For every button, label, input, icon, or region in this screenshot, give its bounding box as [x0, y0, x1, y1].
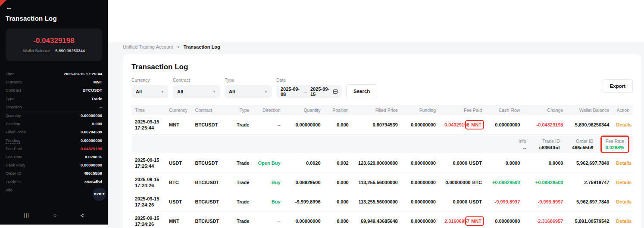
type-filter: Type All▼ [225, 77, 272, 98]
field-row-trade-id: Trade IDc8364fbd [6, 177, 102, 185]
breadcrumb-separator: > [177, 44, 179, 49]
red-corner-annotation [0, 0, 6, 6]
col-funding: Funding [401, 105, 439, 115]
page-title: Transaction Log [131, 63, 633, 71]
breadcrumb-parent[interactable]: Unified Trading Account [123, 44, 173, 49]
detail-fee-rate-annotated: Fee Rate0.0288% [600, 136, 629, 153]
table-row: 2025-09-1517:24:26 USDT BTC/USDT Trade B… [131, 192, 633, 212]
detail-trade-id: Trade IDc8364fbd [526, 139, 560, 150]
table-header-row: Time Currency Contract Type Direction Qu… [131, 105, 633, 115]
detail-row: Info-- Trade IDc8364fbd Order ID486c55b9… [131, 135, 633, 154]
detail-info: Info-- [493, 139, 526, 150]
back-arrow-icon[interactable]: ← [6, 4, 14, 11]
transaction-log-card: Transaction Log Currency All▼ Contract A… [123, 54, 641, 228]
date-filter: Date 2025-09-08 → 2025-09-15 [276, 77, 342, 98]
col-time: Time [131, 105, 166, 115]
contract-select[interactable]: All▼ [173, 85, 220, 98]
col-quantity: Quantity [284, 105, 324, 115]
details-link[interactable]: Details [616, 160, 631, 166]
arrow-right-icon: → [303, 89, 308, 94]
chevron-down-icon: ▼ [161, 90, 164, 94]
chevron-down-icon: ▼ [264, 90, 268, 94]
nav-back-icon[interactable]: < [81, 211, 84, 219]
field-row-type: TypeTrade [6, 95, 102, 103]
calendar-icon [333, 89, 338, 94]
breadcrumb: Unified Trading Account > Transaction Lo… [123, 44, 220, 49]
summary-card: -0.04329198 Wallet Balance 5,890.9625034… [6, 28, 102, 61]
date-end: 2025-09-15 [310, 86, 330, 97]
field-row-contract: ContractBTCUSDT [6, 86, 102, 94]
field-row-fee-rate: Fee Rate0.0288 % [6, 153, 102, 161]
mobile-app-panel: ← Transaction Log -0.04329198 Wallet Bal… [0, 0, 108, 225]
col-fee-paid: Fee Paid [439, 105, 485, 115]
field-row-position: Position0.000 [6, 120, 102, 128]
col-wallet-balance: Wallet Balance [566, 105, 613, 115]
summary-change-value: -0.04329198 [33, 37, 74, 45]
field-row-quantity: Quantity0.00000000 [6, 111, 102, 120]
table-row: 2025-09-1517:24:26 MNT BTC/USDT Trade --… [131, 212, 633, 228]
details-link[interactable]: Details [616, 219, 631, 224]
currency-filter: Currency All▼ [131, 77, 169, 98]
detail-order-id: Order ID486c55b9 [560, 139, 594, 150]
col-position: Position [324, 105, 352, 115]
field-row-filled-price: Filled Price0.60794539 [6, 128, 102, 136]
table-row: 2025-09-1517:24:26 BTC BTC/USDT Trade Bu… [131, 173, 633, 192]
details-link[interactable]: Details [616, 199, 631, 204]
field-row-direction: Direction-- [6, 103, 102, 111]
field-row-time: Time2025-09-15 17:25:44 [6, 70, 102, 78]
table-row: 2025-09-1517:25:44 USDT BTCUSDT Trade Op… [131, 154, 633, 173]
filter-bar: Currency All▼ Contract All▼ Type All▼ Da… [131, 77, 633, 98]
export-button[interactable]: Export [603, 79, 633, 93]
date-start: 2025-09-08 [281, 86, 300, 97]
details-link[interactable]: Details [616, 122, 631, 127]
field-row-info: Info-- [6, 186, 102, 194]
chevron-down-icon: ▼ [213, 90, 216, 94]
red-annotation-box: MNT [465, 216, 484, 226]
field-row-order-id: Order ID486c55b9 [6, 169, 102, 177]
search-button[interactable]: Search [346, 84, 377, 98]
red-annotation-box: MNT [465, 120, 484, 129]
transaction-table: Time Currency Contract Type Direction Qu… [131, 105, 633, 228]
date-range-picker[interactable]: 2025-09-08 → 2025-09-15 [276, 85, 342, 98]
mobile-page-title: Transaction Log [6, 15, 102, 22]
field-row-cash-flow: Cash Flow0.00000000 [6, 161, 102, 169]
android-nav-bar: ||| ○ < [0, 206, 108, 225]
col-direction: Direction [253, 105, 284, 115]
breadcrumb-current: Transaction Log [184, 44, 220, 49]
col-filled-price: Filled Price [352, 105, 401, 115]
wallet-balance-value: 5,890.96250344 [55, 48, 85, 53]
field-row-fee-paid: Fee Paid0.04329198 [6, 145, 102, 153]
screenshot-root: ← Transaction Log -0.04329198 Wallet Bal… [0, 0, 644, 228]
col-cash-flow: Cash Flow [485, 105, 523, 115]
col-change: Change [523, 105, 566, 115]
field-row-funding: Funding0.00000000 [6, 136, 102, 145]
home-icon[interactable]: ○ [53, 212, 57, 219]
currency-select[interactable]: All▼ [131, 85, 169, 98]
bybit-logo: BYBIT [93, 188, 106, 201]
col-action: Action [613, 105, 633, 115]
wallet-balance-label: Wallet Balance [23, 48, 50, 53]
col-currency: Currency [166, 105, 191, 115]
recent-apps-icon[interactable]: ||| [24, 213, 30, 218]
details-link[interactable]: Details [616, 180, 631, 185]
col-contract: Contract [192, 105, 230, 115]
transaction-detail-list: Time2025-09-15 17:25:44 CurrencyMNT Cont… [6, 70, 102, 194]
table-row: 2025-09-1517:25:44 MNT BTCUSDT Trade -- … [131, 115, 633, 135]
field-row-currency: CurrencyMNT [6, 78, 102, 86]
contract-filter: Contract All▼ [173, 77, 220, 98]
col-type: Type [230, 105, 253, 115]
type-select[interactable]: All▼ [225, 85, 272, 98]
